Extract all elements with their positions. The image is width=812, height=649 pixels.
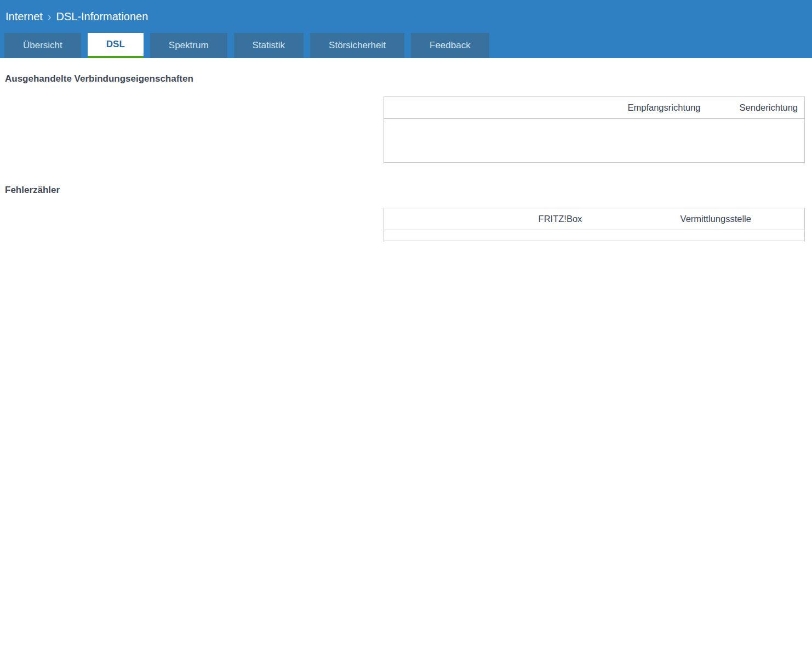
spacer-cell <box>384 119 805 130</box>
section-title-connection: Ausgehandelte Verbindungseigenschaften <box>0 58 812 84</box>
empty-header-cell <box>384 208 494 230</box>
tab-bar: Übersicht DSL Spektrum Statistik Störsic… <box>0 33 812 58</box>
spacer-row <box>384 130 805 141</box>
downstream-column-header: Empfangsrichtung <box>620 97 707 119</box>
tab-uebersicht[interactable]: Übersicht <box>4 33 81 58</box>
error-table-header-row: FRITZ!Box Vermittlungsstelle <box>384 208 805 230</box>
tab-dsl[interactable]: DSL <box>88 33 144 58</box>
exchange-column-header: Vermittlungsstelle <box>627 208 805 230</box>
tab-feedback[interactable]: Feedback <box>411 33 489 58</box>
empty-header-cell <box>384 97 540 119</box>
spacer-row <box>384 119 805 130</box>
empty-header-cell <box>540 97 620 119</box>
error-counter-table: FRITZ!Box Vermittlungsstelle <box>384 208 805 241</box>
upstream-column-header: Senderichtung <box>707 97 805 119</box>
spacer-cell <box>384 152 805 163</box>
chevron-right-icon: › <box>48 11 52 22</box>
error-table-body <box>384 230 805 241</box>
tab-stoersicherheit[interactable]: Störsicherheit <box>310 33 404 58</box>
spacer-row <box>384 152 805 163</box>
content-area: Ausgehandelte Verbindungseigenschaften E… <box>0 58 812 241</box>
tab-spektrum[interactable]: Spektrum <box>150 33 227 58</box>
breadcrumb-current-page: DSL-Informationen <box>56 10 148 23</box>
connection-table-body <box>384 119 805 163</box>
section-title-errors: Fehlerzähler <box>0 163 812 196</box>
spacer-cell <box>384 141 805 152</box>
spacer-cell <box>384 230 805 241</box>
spacer-row <box>384 230 805 241</box>
spacer-cell <box>384 130 805 141</box>
connection-properties-table: Empfangsrichtung Senderichtung <box>384 96 805 163</box>
breadcrumb-internet-link[interactable]: Internet <box>5 10 43 23</box>
page-header: Internet › DSL-Informationen <box>0 0 812 33</box>
connection-table-header-row: Empfangsrichtung Senderichtung <box>384 97 805 119</box>
fritzbox-column-header: FRITZ!Box <box>494 208 627 230</box>
spacer-row <box>384 141 805 152</box>
tab-statistik[interactable]: Statistik <box>234 33 304 58</box>
